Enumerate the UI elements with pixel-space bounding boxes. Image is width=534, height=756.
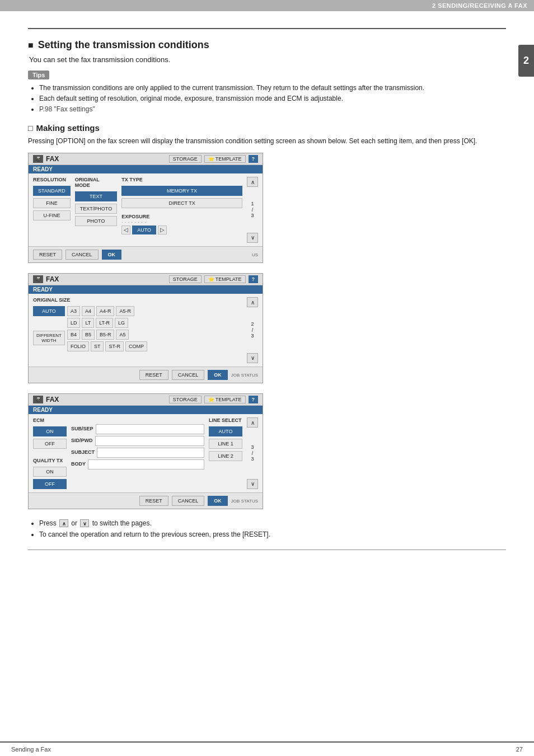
fax-status-2: READY [29,285,263,294]
btn-a5[interactable]: A5 [116,330,129,340]
btn-line1[interactable]: LINE 1 [209,439,242,449]
fax-footer-2: RESET CANCEL OK JOB STATUS [29,367,263,383]
tip-bullet-3: P.98 "Fax settings" [39,105,506,113]
template-btn-2[interactable]: ⭐ TEMPLATE [204,275,246,283]
btn-ltr[interactable]: LT-R [96,318,113,328]
btn-textphoto[interactable]: TEXT/PHOTO [75,204,117,214]
fax-title-2: 📠 FAX [33,275,59,283]
sid-pwd-label: SID/PWD [71,438,93,443]
subject-row: SUBJECT [71,448,204,458]
reset-btn-3[interactable]: RESET [139,496,168,506]
btn-lt[interactable]: LT [82,318,94,328]
bottom-section: Sending a Fax [11,746,51,753]
btn-a4r[interactable]: A4-R [96,306,115,316]
job-status-2: JOB STATUS [231,373,258,378]
exposure-dots: · · · · · · · · [121,220,146,224]
template-btn-1[interactable]: ⭐ TEMPLATE [204,155,246,163]
fax-scroll-3: ∧ 3/3 ∨ [247,417,258,489]
arrow-down-icon: ∨ [80,519,89,527]
btn-a3[interactable]: A3 [67,306,80,316]
exposure-right-btn[interactable]: ▷ [158,226,167,234]
scroll-up-1[interactable]: ∧ [247,177,258,187]
mid-buttons: SUB/SEP SID/PWD SUBJECT BODY [71,424,204,469]
storage-btn-1[interactable]: STORAGE [169,155,202,163]
job-status-3: JOB STATUS [231,499,258,504]
sub-sep-field[interactable] [96,424,204,434]
ok-btn-3[interactable]: OK [208,496,228,506]
btn-comp[interactable]: COMP [125,341,147,351]
question-btn-1[interactable]: ? [249,155,259,163]
btn-ufine[interactable]: U-FINE [33,210,71,220]
cancel-btn-2[interactable]: CANCEL [172,370,205,380]
btn-photo[interactable]: PHOTO [75,216,117,226]
body-field[interactable] [88,459,204,469]
btn-different-width[interactable]: DIFFERENTWIDTH [33,331,65,345]
btn-str[interactable]: ST-R [105,341,124,351]
btn-lg[interactable]: LG [115,318,128,328]
storage-btn-3[interactable]: STORAGE [169,396,202,403]
resolution-col: RESOLUTION STANDARD FINE U-FINE [33,177,71,243]
arrow-up-icon: ∧ [59,519,68,527]
body-label: BODY [71,461,86,467]
original-size-section: ORIGINAL SIZE AUTO DIFFERENTWIDTH A3 A4 … [33,297,242,363]
size-grid: A3 A4 A4-R A5-R LD LT LT-R LG B4 [67,306,242,351]
press-label: Press [39,519,58,527]
btn-folio[interactable]: FOLIO [67,341,89,351]
btn-standard[interactable]: STANDARD [33,186,71,196]
btn-b4[interactable]: B4 [67,330,80,340]
fax-icon-3: 📠 [33,396,43,403]
scroll-up-3[interactable]: ∧ [247,417,258,428]
btn-line2[interactable]: LINE 2 [209,451,242,461]
btn-ecm-off[interactable]: OFF [33,439,67,449]
btn-a4[interactable]: A4 [82,306,95,316]
line-select-col: LINE SELECT AUTO LINE 1 LINE 2 [209,417,242,489]
btn-quality-off[interactable]: OFF [33,479,67,489]
subject-field[interactable] [97,448,204,458]
btn-b5[interactable]: B5 [82,330,95,340]
btn-quality-on[interactable]: ON [33,467,67,477]
question-btn-2[interactable]: ? [249,275,259,283]
btn-text[interactable]: TEXT [75,191,117,201]
exposure-controls: ◁ AUTO ▷ [121,226,242,234]
sid-pwd-row: SID/PWD [71,436,204,446]
top-bar-label: 2 SENDING/RECEIVING A FAX [432,2,527,9]
exposure-bar: · · · · · · · · [121,220,242,224]
scroll-down-3[interactable]: ∨ [247,479,258,489]
sub-sep-label: SUB/SEP [71,426,93,431]
btn-auto-size[interactable]: AUTO [33,306,65,316]
btn-memory-tx[interactable]: MEMORY TX [121,186,242,196]
scroll-down-2[interactable]: ∨ [247,353,258,363]
subject-label: SUBJECT [71,449,95,455]
scroll-down-1[interactable]: ∨ [247,233,258,243]
auto-different-col: AUTO DIFFERENTWIDTH [33,306,65,345]
sid-pwd-field[interactable] [95,436,204,446]
ecm-col: ECM ON OFF QUALITY TX ON OFF [33,417,67,489]
question-btn-3[interactable]: ? [249,396,259,403]
btn-fine[interactable]: FINE [33,198,71,208]
storage-btn-2[interactable]: STORAGE [169,275,202,283]
btn-a5r[interactable]: A5-R [116,306,134,316]
btn-direct-tx[interactable]: DIRECT TX [121,198,242,208]
fax-header-right-3: STORAGE ⭐ TEMPLATE ? [169,396,258,403]
fax-footer-1: RESET CANCEL OK US [29,246,263,262]
reset-btn-1[interactable]: RESET [33,250,62,260]
cancel-btn-3[interactable]: CANCEL [172,496,205,506]
fax-title-3: 📠 FAX [33,396,59,403]
fax-header-right-2: STORAGE ⭐ TEMPLATE ? [169,275,258,283]
ok-btn-2[interactable]: OK [208,370,228,380]
btn-ld[interactable]: LD [67,318,81,328]
section-intro: You can set the fax transmission conditi… [29,55,506,64]
template-btn-3[interactable]: ⭐ TEMPLATE [204,396,246,403]
btn-ecm-on[interactable]: ON [33,426,67,436]
reset-btn-2[interactable]: RESET [139,370,168,380]
exposure-left-btn[interactable]: ◁ [121,226,130,234]
btn-b5r[interactable]: B5-R [96,330,115,340]
btn-auto-exposure[interactable]: AUTO [132,226,156,234]
bottom-bullets: Press ∧ or ∨ to switch the pages. To can… [39,519,506,538]
ok-btn-1[interactable]: OK [102,250,122,260]
fax-status-1: READY [29,165,263,173]
scroll-up-2[interactable]: ∧ [247,297,258,307]
btn-line-auto[interactable]: AUTO [209,426,242,436]
btn-st[interactable]: ST [91,341,104,351]
cancel-btn-1[interactable]: CANCEL [65,250,99,260]
